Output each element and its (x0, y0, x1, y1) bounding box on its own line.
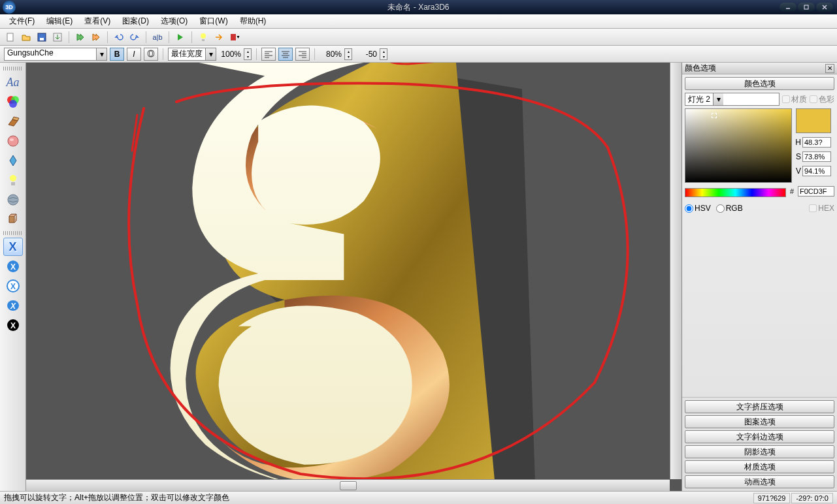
hue-slider[interactable] (685, 188, 786, 197)
light-select[interactable]: 灯光 2▾ (685, 93, 780, 106)
shadow-tool-button[interactable] (3, 151, 23, 170)
color-options-panel: 颜色选项 ✕ 颜色选项 灯光 2▾ 材质 色彩 H S V (681, 63, 837, 491)
shadow-options-button[interactable]: 阴影选项 (685, 445, 834, 458)
scale-field[interactable]: 80%▴▾ (320, 48, 352, 60)
status-hint: 拖拽可以旋转文字；Alt+拖放以调整位置；双击可以修改文字颜色 (4, 492, 229, 503)
panel-close-button[interactable]: ✕ (825, 64, 834, 73)
color-tool-button[interactable] (3, 93, 23, 111)
svg-rect-7 (231, 34, 236, 40)
open-button[interactable] (20, 31, 33, 44)
align-left-button[interactable] (261, 48, 276, 61)
spacing-spinner[interactable]: ▴▾ (380, 48, 387, 60)
export-anim-button[interactable] (90, 31, 103, 44)
color-button[interactable]: ▼ (228, 31, 241, 44)
bold-button[interactable]: B (110, 48, 124, 61)
align-right-button[interactable] (295, 48, 310, 61)
hex-checkbox[interactable]: HEX (809, 204, 834, 213)
horizontal-scrollbar[interactable] (26, 479, 670, 491)
color-options-button[interactable]: 颜色选项 (685, 77, 834, 90)
italic-button[interactable]: I (127, 48, 141, 61)
svg-text:X: X (9, 302, 16, 311)
chevron-down-icon[interactable]: ▾ (713, 93, 723, 105)
minimize-button[interactable] (780, 3, 796, 12)
material-options-button[interactable]: 材质选项 (685, 460, 834, 473)
redo-button[interactable] (128, 31, 141, 44)
bevel-tool-button[interactable] (3, 132, 23, 150)
panel-bottom-buttons: 文字挤压选项 图案选项 文字斜边选项 阴影选项 材质选项 动画选项 (682, 397, 837, 491)
canvas-viewport[interactable] (26, 63, 681, 491)
undo-button[interactable] (112, 31, 125, 44)
status-angle: -29?: 0?:0 (791, 493, 833, 503)
svg-text:X: X (10, 262, 15, 272)
x-style-5-button[interactable]: X (3, 316, 23, 334)
scale-spinner[interactable]: ▴▾ (344, 48, 352, 60)
panel-title: 颜色选项 (685, 63, 716, 74)
menu-file[interactable]: 文件(F) (4, 14, 40, 28)
sv-color-picker[interactable] (685, 108, 792, 183)
title-bar: 3D 未命名 - Xara3D6 (0, 0, 837, 14)
texture-tool-button[interactable] (3, 191, 23, 209)
rendered-3d-text (26, 63, 681, 491)
standard-toolbar: a|b ▼ (0, 29, 837, 46)
animation-options-button[interactable]: 动画选项 (685, 475, 834, 488)
svg-text:X: X (10, 282, 15, 291)
vertical-scrollbar[interactable] (670, 63, 681, 479)
align-center-button[interactable] (278, 48, 293, 61)
zoom-field[interactable]: 100%▴▾ (219, 48, 252, 60)
font-combo[interactable]: ▾ (4, 48, 107, 61)
play-button[interactable] (174, 31, 187, 44)
scrollbar-thumb[interactable] (340, 481, 357, 490)
panel-header[interactable]: 颜色选项 ✕ (682, 63, 837, 74)
font-dropdown-icon[interactable]: ▾ (96, 48, 107, 60)
hsv-radio[interactable]: HSV (685, 204, 711, 213)
menu-options[interactable]: 选项(O) (156, 14, 193, 28)
save-button[interactable] (35, 31, 48, 44)
x-style-4-button[interactable]: X (3, 296, 23, 315)
menu-help[interactable]: 帮助(H) (235, 14, 272, 28)
hex-input[interactable] (798, 186, 834, 197)
extrude-options-button[interactable]: 文字挤压选项 (685, 400, 834, 413)
new-button[interactable] (4, 31, 17, 44)
menu-view[interactable]: 查看(V) (79, 14, 116, 28)
spacing-field[interactable]: -50▴▾ (355, 48, 387, 60)
light-button[interactable] (197, 31, 210, 44)
color-swatch[interactable] (796, 108, 831, 133)
zoom-spinner[interactable]: ▴▾ (244, 48, 252, 60)
close-button[interactable] (816, 3, 833, 12)
text-button[interactable]: a|b (151, 31, 164, 44)
import-button[interactable] (51, 31, 64, 44)
rgb-radio[interactable]: RGB (716, 204, 743, 213)
arrow-button[interactable] (212, 31, 225, 44)
svg-rect-2 (7, 33, 13, 41)
color-checkbox[interactable]: 色彩 (810, 94, 834, 105)
toolbar-grip-icon[interactable] (3, 67, 23, 71)
val-input[interactable] (802, 166, 831, 176)
export-button[interactable] (74, 31, 87, 44)
x-style-3-button[interactable]: X (3, 277, 23, 295)
font-name-input[interactable] (5, 48, 96, 57)
toolbar-grip-icon[interactable] (3, 231, 23, 235)
status-bar: 拖拽可以旋转文字；Alt+拖放以调整位置；双击可以修改文字颜色 971?629 … (0, 491, 837, 504)
sat-input[interactable] (802, 151, 831, 162)
x-style-1-button[interactable]: X (3, 238, 23, 256)
svg-rect-1 (804, 5, 808, 9)
width-mode-combo[interactable]: 最佳宽度▾ (168, 48, 216, 61)
material-checkbox[interactable]: 材质 (782, 94, 807, 105)
menu-window[interactable]: 窗口(W) (194, 14, 233, 28)
menu-design[interactable]: 图案(D) (117, 14, 154, 28)
lights-tool-button[interactable] (3, 171, 23, 189)
bevel-options-button[interactable]: 文字斜边选项 (685, 430, 834, 443)
design-options-button[interactable]: 图案选项 (685, 415, 834, 428)
x-style-2-button[interactable]: X (3, 257, 23, 276)
window-title: 未命名 - Xara3D6 (387, 2, 449, 13)
animation-tool-button[interactable] (3, 210, 23, 228)
menu-edit[interactable]: 编辑(E) (41, 14, 78, 28)
extrude-tool-button[interactable] (3, 112, 23, 131)
chevron-down-icon[interactable]: ▾ (205, 48, 216, 60)
maximize-button[interactable] (798, 3, 815, 12)
text-style-button[interactable]: Aa (3, 73, 23, 91)
sv-cursor-icon (712, 113, 717, 118)
svg-point-12 (10, 138, 14, 141)
hue-input[interactable] (802, 137, 831, 148)
outline-button[interactable]: O (144, 48, 158, 61)
